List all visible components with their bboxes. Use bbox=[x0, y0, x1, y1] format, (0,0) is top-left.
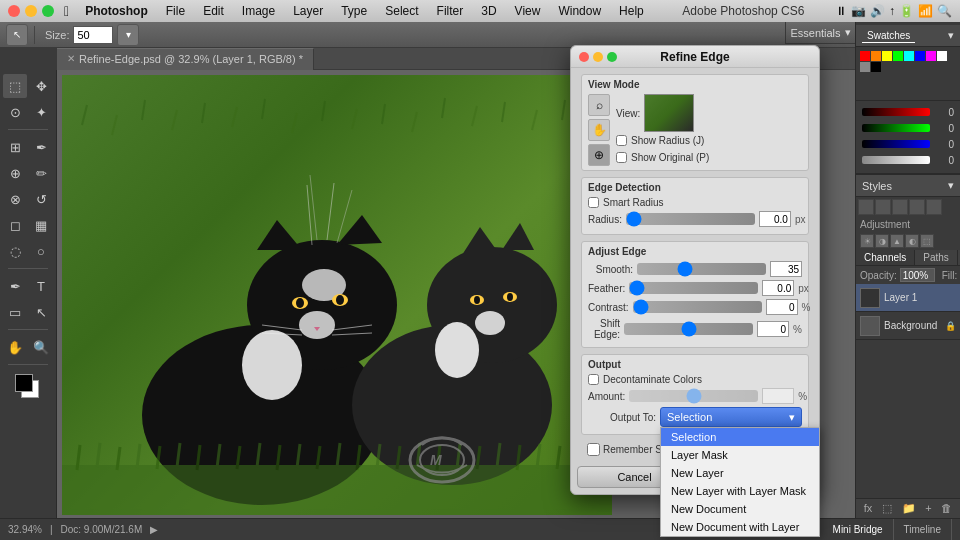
dialog-min-btn[interactable] bbox=[593, 52, 603, 62]
dialog-close-btn[interactable] bbox=[579, 52, 589, 62]
tool-lasso[interactable]: ⊙ bbox=[3, 100, 27, 124]
amount-slider[interactable] bbox=[629, 390, 758, 402]
style-3[interactable] bbox=[892, 199, 908, 215]
dropdown-option-layer-mask[interactable]: Layer Mask bbox=[661, 446, 819, 464]
adj-4[interactable]: ◐ bbox=[905, 234, 919, 248]
swatch-magenta[interactable] bbox=[926, 51, 936, 61]
show-original-checkbox[interactable] bbox=[616, 152, 627, 163]
style-1[interactable] bbox=[858, 199, 874, 215]
essentials-panel-btn[interactable]: Essentials ▾ bbox=[785, 22, 855, 44]
tool-zoom[interactable]: 🔍 bbox=[29, 335, 53, 359]
show-radius-checkbox[interactable] bbox=[616, 135, 627, 146]
contrast-slider[interactable] bbox=[633, 301, 762, 313]
foreground-color-swatch[interactable] bbox=[15, 374, 33, 392]
styles-options-icon[interactable]: ▾ bbox=[948, 179, 954, 192]
canvas-area[interactable]: M bbox=[57, 70, 960, 518]
tool-path-select[interactable]: ↖ bbox=[29, 300, 53, 324]
swatch-blue[interactable] bbox=[915, 51, 925, 61]
view-refine-tool[interactable]: ⊕ bbox=[588, 144, 610, 166]
tool-hand[interactable]: ✋ bbox=[3, 335, 27, 359]
close-button[interactable] bbox=[8, 5, 20, 17]
menu-edit[interactable]: Edit bbox=[195, 0, 232, 22]
dropdown-trigger[interactable]: Selection ▾ bbox=[660, 407, 802, 427]
menu-3d[interactable]: 3D bbox=[473, 0, 504, 22]
opacity-input[interactable] bbox=[900, 268, 935, 282]
minimize-button[interactable] bbox=[25, 5, 37, 17]
adj-1[interactable]: ☀ bbox=[860, 234, 874, 248]
tool-heal[interactable]: ⊕ bbox=[3, 161, 27, 185]
tool-marquee[interactable]: ⬚ bbox=[3, 74, 27, 98]
menu-view[interactable]: View bbox=[507, 0, 549, 22]
menu-filter[interactable]: Filter bbox=[429, 0, 472, 22]
tool-magic-wand[interactable]: ✦ bbox=[29, 100, 53, 124]
status-tab-mini-bridge[interactable]: Mini Bridge bbox=[823, 519, 894, 541]
menu-window[interactable]: Window bbox=[550, 0, 609, 22]
dropdown-option-new-doc-mask[interactable]: New Document with Layer Mask bbox=[661, 518, 819, 536]
layer-row-layer1[interactable]: Layer 1 bbox=[856, 284, 960, 312]
new-group-btn[interactable]: 📁 bbox=[902, 502, 916, 515]
smooth-slider[interactable] bbox=[637, 263, 766, 275]
menu-file[interactable]: File bbox=[158, 0, 193, 22]
dropdown-option-new-layer-mask[interactable]: New Layer with Layer Mask bbox=[661, 482, 819, 500]
tool-pen[interactable]: ✒ bbox=[3, 274, 27, 298]
style-2[interactable] bbox=[875, 199, 891, 215]
tool-eraser[interactable]: ◻ bbox=[3, 213, 27, 237]
apple-logo-icon[interactable]:  bbox=[64, 3, 69, 19]
dropdown-option-new-layer[interactable]: New Layer bbox=[661, 464, 819, 482]
canvas-document[interactable]: M bbox=[62, 75, 612, 515]
panel-options-icon[interactable]: ▾ bbox=[948, 29, 954, 42]
add-mask-btn[interactable]: ⬚ bbox=[882, 502, 892, 515]
tool-clone[interactable]: ⊗ bbox=[3, 187, 27, 211]
status-arrow-btn[interactable]: ▶ bbox=[150, 524, 158, 535]
menu-type[interactable]: Type bbox=[333, 0, 375, 22]
layer-row-background[interactable]: Background 🔒 bbox=[856, 312, 960, 340]
contrast-input[interactable] bbox=[766, 299, 798, 315]
adj-3[interactable]: ▲ bbox=[890, 234, 904, 248]
menu-help[interactable]: Help bbox=[611, 0, 652, 22]
tab-close-icon[interactable]: ✕ bbox=[67, 48, 75, 70]
tool-shape[interactable]: ▭ bbox=[3, 300, 27, 324]
add-layer-style-btn[interactable]: fx bbox=[864, 502, 873, 515]
radius-slider[interactable] bbox=[626, 213, 755, 225]
feather-input[interactable] bbox=[762, 280, 794, 296]
tool-crop[interactable]: ⊞ bbox=[3, 135, 27, 159]
radius-input[interactable] bbox=[759, 211, 791, 227]
document-tab[interactable]: ✕ Refine-Edge.psd @ 32.9% (Layer 1, RGB/… bbox=[57, 48, 314, 70]
delete-layer-btn[interactable]: 🗑 bbox=[941, 502, 952, 515]
swatch-green[interactable] bbox=[893, 51, 903, 61]
tool-move[interactable]: ✥ bbox=[29, 74, 53, 98]
dropdown-option-new-document[interactable]: New Document bbox=[661, 500, 819, 518]
tool-blur[interactable]: ◌ bbox=[3, 239, 27, 263]
swatch-black[interactable] bbox=[871, 62, 881, 72]
tool-eyedropper[interactable]: ✒ bbox=[29, 135, 53, 159]
view-preview-thumbnail[interactable] bbox=[644, 94, 694, 132]
menu-layer[interactable]: Layer bbox=[285, 0, 331, 22]
tool-history[interactable]: ↺ bbox=[29, 187, 53, 211]
new-layer-btn[interactable]: + bbox=[925, 502, 931, 515]
tool-dodge[interactable]: ○ bbox=[29, 239, 53, 263]
maximize-button[interactable] bbox=[42, 5, 54, 17]
view-hand-tool[interactable]: ✋ bbox=[588, 119, 610, 141]
size-dropdown-btn[interactable]: ▾ bbox=[117, 24, 139, 46]
shift-edge-input[interactable] bbox=[757, 321, 789, 337]
swatch-white[interactable] bbox=[937, 51, 947, 61]
tool-brush[interactable]: ✏ bbox=[29, 161, 53, 185]
tool-text[interactable]: T bbox=[29, 274, 53, 298]
tab-channels[interactable]: Channels bbox=[856, 250, 915, 265]
dropdown-option-selection[interactable]: Selection bbox=[661, 428, 819, 446]
swatch-orange[interactable] bbox=[871, 51, 881, 61]
style-4[interactable] bbox=[909, 199, 925, 215]
tab-paths[interactable]: Paths bbox=[915, 250, 958, 265]
menu-photoshop[interactable]: Photoshop bbox=[77, 0, 156, 22]
swatch-red[interactable] bbox=[860, 51, 870, 61]
tab-swatches[interactable]: Swatches bbox=[862, 29, 915, 43]
dialog-max-btn[interactable] bbox=[607, 52, 617, 62]
adj-2[interactable]: ◑ bbox=[875, 234, 889, 248]
shift-edge-slider[interactable] bbox=[624, 323, 753, 335]
size-input[interactable] bbox=[73, 26, 113, 44]
amount-input[interactable] bbox=[762, 388, 794, 404]
output-to-dropdown[interactable]: Selection ▾ Selection Layer Mask New Lay… bbox=[660, 407, 802, 427]
view-search-tool[interactable]: ⌕ bbox=[588, 94, 610, 116]
smart-radius-checkbox[interactable] bbox=[588, 197, 599, 208]
style-5[interactable] bbox=[926, 199, 942, 215]
